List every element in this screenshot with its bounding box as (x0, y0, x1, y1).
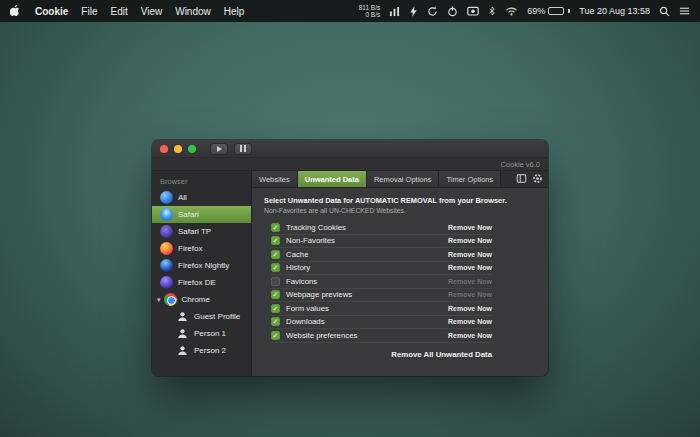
sidebar-item-firefox-de[interactable]: Firefox DE (152, 274, 251, 291)
sidebar-item-label: Firefox (178, 244, 202, 253)
menu-bar: Cookie FileEditViewWindowHelp 811 B/s 0 … (0, 0, 700, 22)
row-label: Downloads (286, 317, 325, 326)
safari-tp-icon (160, 225, 173, 238)
menu-view[interactable]: View (141, 6, 163, 17)
firefox-de-icon (160, 276, 173, 289)
sidebar-item-label: Safari (178, 210, 199, 219)
favicons-remove-now-button[interactable]: Remove Now (448, 278, 492, 285)
website-preferences-remove-now-button[interactable]: Remove Now (448, 332, 492, 339)
tracking-cookies-checkbox[interactable]: ✓ (271, 223, 280, 232)
sidebar-item-label: Person 2 (194, 346, 226, 355)
sync-icon[interactable] (427, 6, 438, 17)
history-checkbox[interactable]: ✓ (271, 263, 280, 272)
menu-help[interactable]: Help (224, 6, 245, 17)
guest-profile-icon (176, 310, 189, 323)
firefox-nightly-icon (160, 259, 173, 272)
sidebar-item-firefox-nightly[interactable]: Firefox Nightly (152, 257, 251, 274)
close-button[interactable] (160, 145, 168, 153)
upload-speed: 811 B/s (359, 4, 381, 12)
row-label: Website preferences (286, 331, 357, 340)
power-icon[interactable] (447, 6, 458, 17)
cache-remove-now-button[interactable]: Remove Now (448, 251, 492, 258)
menu-window[interactable]: Window (175, 6, 211, 17)
non-favorites-checkbox[interactable]: ✓ (271, 236, 280, 245)
menu-app-name[interactable]: Cookie (35, 6, 68, 17)
app-version-label: Cookie v6.0 (500, 160, 540, 169)
sidebar-header: Browser (152, 176, 251, 189)
pause-removal-button[interactable] (234, 143, 252, 155)
settings-gear-icon[interactable] (532, 170, 543, 188)
webpage-previews-remove-now-button[interactable]: Remove Now (448, 291, 492, 298)
tab-unwanted-data[interactable]: Unwanted Data (298, 171, 367, 187)
row-form-values: ✓Form valuesRemove Now (271, 302, 492, 316)
activity-icon[interactable] (389, 6, 400, 17)
remove-all-unwanted-data-button[interactable]: Remove All Unwanted Data (391, 350, 492, 359)
row-label: Form values (286, 304, 329, 313)
lightning-icon[interactable] (409, 6, 418, 17)
menu-list-icon[interactable] (679, 6, 690, 16)
downloads-checkbox[interactable]: ✓ (271, 317, 280, 326)
disclosure-triangle-icon[interactable]: ▾ (157, 296, 161, 304)
chrome-icon (164, 293, 177, 306)
row-cache: ✓CacheRemove Now (271, 248, 492, 262)
form-values-remove-now-button[interactable]: Remove Now (448, 305, 492, 312)
apple-menu-icon[interactable] (10, 5, 22, 18)
sidebar-item-chrome[interactable]: ▾Chrome (152, 291, 251, 308)
sidebar-item-person-2[interactable]: Person 2 (152, 342, 251, 359)
cache-checkbox[interactable]: ✓ (271, 250, 280, 259)
sidebar-item-all[interactable]: All (152, 189, 251, 206)
pause-icon (240, 145, 242, 152)
tab-removal-options[interactable]: Removal Options (367, 171, 440, 187)
content-area: WebsitesUnwanted DataRemoval OptionsTime… (252, 171, 548, 376)
fullscreen-button[interactable] (188, 145, 196, 153)
sidebar-item-guest-profile[interactable]: Guest Profile (152, 308, 251, 325)
wifi-icon[interactable] (505, 6, 518, 16)
play-icon (217, 146, 222, 152)
sidebar-item-safari-tp[interactable]: Safari TP (152, 223, 251, 240)
non-favorites-remove-now-button[interactable]: Remove Now (448, 237, 492, 244)
cookie-app-window: Cookie v6.0 Browser AllSafariSafari TPFi… (152, 140, 548, 376)
row-label: Favicons (286, 277, 317, 286)
history-remove-now-button[interactable]: Remove Now (448, 264, 492, 271)
sidebar-item-label: Firefox DE (178, 278, 216, 287)
battery-indicator[interactable]: 69% (527, 6, 570, 16)
form-values-checkbox[interactable]: ✓ (271, 304, 280, 313)
webpage-previews-checkbox[interactable]: ✓ (271, 290, 280, 299)
sidebar-item-label: Firefox Nightly (178, 261, 229, 270)
favicons-checkbox[interactable] (271, 277, 280, 286)
all-browsers-icon (160, 191, 173, 204)
row-history: ✓HistoryRemove Now (271, 262, 492, 276)
start-removal-button[interactable] (210, 143, 228, 155)
spotlight-search-icon[interactable] (659, 6, 670, 17)
bluetooth-icon[interactable] (488, 5, 496, 17)
menu-file[interactable]: File (81, 6, 97, 17)
window-titlebar[interactable] (152, 140, 548, 158)
screenshot-icon[interactable] (467, 6, 479, 16)
row-non-favorites: ✓Non-FavoritesRemove Now (271, 235, 492, 249)
row-label: Cache (286, 250, 309, 259)
minimize-button[interactable] (174, 145, 182, 153)
downloads-remove-now-button[interactable]: Remove Now (448, 318, 492, 325)
network-speed-indicator[interactable]: 811 B/s 0 B/s (359, 4, 381, 19)
tab-websites[interactable]: Websites (252, 171, 298, 187)
sidebar-item-label: Safari TP (178, 227, 211, 236)
sidebar-item-label: Guest Profile (194, 312, 240, 321)
menu-bar-clock[interactable]: Tue 20 Aug 13:58 (579, 6, 650, 16)
traffic-lights (160, 145, 196, 153)
row-label: Tracking Cookies (286, 223, 346, 232)
panel-subheading: Non-Favorites are all UN-CHECKED Website… (264, 207, 492, 214)
unwanted-data-panel: Select Unwanted Data for AUTOMATIC REMOV… (252, 188, 548, 376)
tab-timer-options[interactable]: Timer Options (439, 171, 501, 187)
row-downloads: ✓DownloadsRemove Now (271, 316, 492, 330)
tracking-cookies-remove-now-button[interactable]: Remove Now (448, 224, 492, 231)
sidebar-item-firefox[interactable]: Firefox (152, 240, 251, 257)
row-website-preferences: ✓Website preferencesRemove Now (271, 329, 492, 343)
website-preferences-checkbox[interactable]: ✓ (271, 331, 280, 340)
menu-edit[interactable]: Edit (110, 6, 127, 17)
row-label: Webpage previews (286, 290, 352, 299)
sidebar-item-safari[interactable]: Safari (152, 206, 251, 223)
battery-nub (568, 9, 570, 13)
sidebar-item-person-1[interactable]: Person 1 (152, 325, 251, 342)
safari-icon (160, 208, 173, 221)
panel-toggle-icon[interactable] (516, 170, 527, 188)
